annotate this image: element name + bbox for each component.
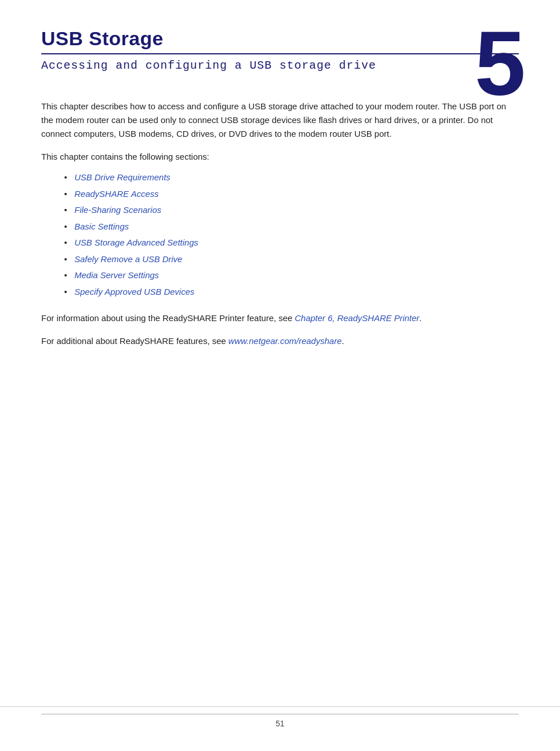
list-item-link[interactable]: Specify Approved USB Devices (74, 287, 195, 297)
info-paragraph-1: For information about using the ReadySHA… (41, 311, 519, 325)
bullet-list: USB Drive Requirements ReadySHARE Access… (64, 169, 519, 300)
netgear-link[interactable]: www.netgear.com/readyshare (228, 336, 342, 346)
list-item[interactable]: USB Storage Advanced Settings (64, 235, 519, 251)
info-paragraph-1-prefix: For information about using the ReadySHA… (41, 313, 295, 323)
list-item-link[interactable]: Basic Settings (74, 222, 129, 231)
list-item-link[interactable]: Safely Remove a USB Drive (74, 254, 182, 264)
list-item[interactable]: Safely Remove a USB Drive (64, 251, 519, 268)
chapter6-link[interactable]: Chapter 6, ReadySHARE Printer (295, 313, 420, 323)
list-item-link[interactable]: File-Sharing Scenarios (74, 205, 161, 215)
chapter-number: 5 (475, 17, 526, 109)
page-number: 51 (275, 719, 285, 728)
list-item[interactable]: ReadySHARE Access (64, 186, 519, 203)
footer-line (41, 714, 519, 714)
list-item[interactable]: File-Sharing Scenarios (64, 202, 519, 219)
list-item[interactable]: Basic Settings (64, 219, 519, 235)
title-divider (41, 53, 519, 54)
list-item-link[interactable]: Media Server Settings (74, 270, 159, 280)
subtitle: Accessing and configuring a USB storage … (41, 59, 519, 72)
list-item-link[interactable]: USB Storage Advanced Settings (74, 238, 198, 247)
info-paragraph-2-suffix: . (342, 336, 344, 346)
info-paragraph-2-prefix: For additional about ReadySHARE features… (41, 336, 228, 346)
title-section: USB Storage Accessing and configuring a … (41, 27, 519, 72)
page-footer: 51 (0, 706, 560, 728)
intro-paragraph: This chapter describes how to access and… (41, 100, 519, 141)
list-item-link[interactable]: ReadySHARE Access (74, 189, 159, 199)
list-item[interactable]: Specify Approved USB Devices (64, 284, 519, 301)
info-paragraph-2: For additional about ReadySHARE features… (41, 334, 519, 348)
list-item-link[interactable]: USB Drive Requirements (74, 172, 171, 182)
info-paragraph-1-suffix: . (419, 313, 421, 323)
list-item[interactable]: USB Drive Requirements (64, 169, 519, 186)
list-item[interactable]: Media Server Settings (64, 267, 519, 284)
page-container: 5 USB Storage Accessing and configuring … (0, 0, 560, 751)
sections-intro: This chapter contains the following sect… (41, 150, 519, 164)
main-title: USB Storage (41, 27, 519, 50)
